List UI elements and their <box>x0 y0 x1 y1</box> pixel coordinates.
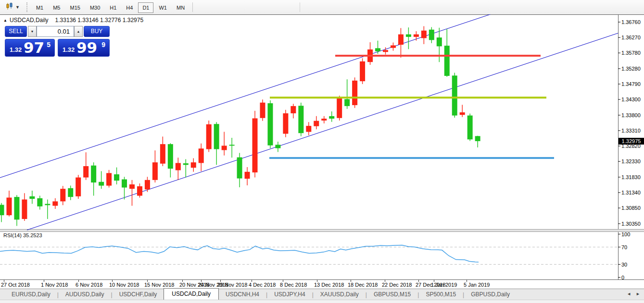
price-axis-label: 1.31830 <box>621 174 641 181</box>
tab-usdjpy[interactable]: USDJPY,H4 <box>267 290 312 300</box>
collapse-triangle-icon[interactable]: ▲ <box>3 18 7 23</box>
date-label: 6 Nov 2018 <box>76 282 102 288</box>
date-label: 13 Dec 2018 <box>314 282 344 288</box>
price-axis-label: 1.35280 <box>621 65 641 72</box>
price-axis-label: 1.33310 <box>621 127 641 134</box>
date-label: 1 Jan 2019 <box>431 282 457 288</box>
chart-title: ▲ USDCAD,Daily 1.33136 1.33146 1.32776 1… <box>3 17 143 24</box>
date-label: 5 Jan 2019 <box>464 282 490 288</box>
price-axis-label: 1.34300 <box>621 96 641 103</box>
sell-price-big-digits: 97 <box>24 39 44 56</box>
tab-scroll-left-icon[interactable]: ◄ <box>627 291 631 296</box>
toolbar-separator <box>192 2 193 12</box>
timeframe-button-m30[interactable]: M30 <box>86 2 104 13</box>
volume-increase-button[interactable]: ▲ <box>74 26 83 37</box>
tab-gbpusd[interactable]: GBPUSD,M15 <box>367 290 417 300</box>
price-axis-label: 1.34790 <box>621 81 641 87</box>
price-axis-label: 1.31340 <box>621 189 641 196</box>
timeframe-button-h4[interactable]: H4 <box>122 2 137 13</box>
timeframe-button-h1[interactable]: H1 <box>105 2 121 13</box>
sell-price-button[interactable]: 1.32 97 5 <box>5 39 55 57</box>
toolbar-drag-handle[interactable] <box>26 2 27 12</box>
chart-symbol-label: USDCAD,Daily <box>10 17 49 24</box>
volume-input[interactable]: 0.01 <box>37 26 74 37</box>
tab-usdchf[interactable]: USDCHF,Daily <box>113 290 164 300</box>
timeframe-button-mn[interactable]: MN <box>172 2 189 13</box>
buy-price-prefix: 1.32 <box>63 46 75 53</box>
date-label: 1 Nov 2018 <box>41 282 68 288</box>
time-axis[interactable]: 27 Oct 20181 Nov 20186 Nov 201810 Nov 20… <box>0 280 618 289</box>
rsi-axis-label: 30 <box>621 261 627 268</box>
price-axis-label: 1.30850 <box>621 205 641 211</box>
tab-audusd[interactable]: AUDUSD,Daily <box>59 290 111 300</box>
rsi-axis-label: 0 <box>621 274 624 281</box>
panel-splitter[interactable] <box>0 230 644 231</box>
sell-button[interactable]: SELL <box>5 26 27 37</box>
date-label: 29 Nov 2018 <box>217 282 247 288</box>
chart-ohlc-values: 1.33136 1.33146 1.32776 1.32975 <box>55 17 144 24</box>
tab-eurusd[interactable]: EURUSD,Daily <box>5 290 57 300</box>
timeframe-button-m15[interactable]: M15 <box>65 2 84 13</box>
tab-scroll-arrows: ◄ ► <box>627 291 640 296</box>
buy-price-pip-digit: 9 <box>101 41 105 48</box>
sell-price-pip-digit: 5 <box>47 41 51 48</box>
chart-type-button[interactable]: ▼ <box>4 1 22 13</box>
tab-gbpusd[interactable]: GBPUSD,Daily <box>464 290 517 300</box>
timeframe-button-m1[interactable]: M1 <box>32 2 48 13</box>
candlestick-chart-icon <box>6 2 13 12</box>
current-price-tag: 1.32975 <box>619 138 644 145</box>
price-axis-label: 1.32330 <box>621 158 641 165</box>
timeframe-buttons: M1M5M15M30H1H4D1W1MN <box>31 3 189 12</box>
timeframe-toolbar: ▼ M1M5M15M30H1H4D1W1MN <box>0 0 644 15</box>
status-strip <box>0 300 644 303</box>
volume-decrease-button[interactable]: ▼ <box>28 26 37 37</box>
tab-sp500[interactable]: SP500,M15 <box>419 290 463 300</box>
horizontal-level-lines[interactable] <box>269 56 554 158</box>
rsi-axis-label: 100 <box>621 231 630 238</box>
buy-price-button[interactable]: 1.32 99 9 <box>58 39 110 57</box>
date-label: 18 Dec 2018 <box>348 282 378 288</box>
date-label: 27 Oct 2018 <box>1 282 30 288</box>
timeframe-button-w1[interactable]: W1 <box>154 2 171 13</box>
date-label: 15 Nov 2018 <box>144 282 174 288</box>
price-axis-label: 1.36760 <box>621 19 641 25</box>
timeframe-button-m5[interactable]: M5 <box>49 2 64 13</box>
rsi-indicator-label: RSI(14) 35.2523 <box>3 232 42 238</box>
price-axis-label: 1.35780 <box>621 49 641 56</box>
timeframe-button-d1[interactable]: D1 <box>138 2 153 13</box>
rsi-axis-label: 70 <box>621 244 627 251</box>
date-label: 10 Nov 2018 <box>109 282 139 288</box>
tab-scroll-right-icon[interactable]: ► <box>636 291 640 296</box>
chart-tab-bar: EURUSD,Daily|AUDUSD,Daily|USDCHF,DailyUS… <box>0 289 644 300</box>
rsi-line <box>0 245 479 262</box>
rsi-panel <box>0 234 620 278</box>
one-click-trading-panel: SELL ▼ 0.01 ▲ BUY 1.32 97 5 1.32 99 9 <box>4 24 111 57</box>
price-axis-label: 1.36270 <box>621 34 641 41</box>
toolbar-separator-2 <box>300 2 300 12</box>
price-axis-label: 1.30350 <box>621 220 641 227</box>
date-label: 22 Dec 2018 <box>382 282 412 288</box>
buy-button[interactable]: BUY <box>84 26 110 37</box>
tab-xauusd[interactable]: XAUUSD,Daily <box>314 290 366 300</box>
chevron-down-icon: ▼ <box>15 5 20 10</box>
price-axis-label: 1.33800 <box>621 112 641 119</box>
tab-usdcnh[interactable]: USDCNH,H4 <box>219 290 266 300</box>
date-label: 4 Dec 2018 <box>249 282 276 288</box>
date-label: 8 Dec 2018 <box>280 282 307 288</box>
sell-price-prefix: 1.32 <box>10 46 22 53</box>
buy-price-big-digits: 99 <box>76 39 97 56</box>
tab-usdcad[interactable]: USDCAD,Daily <box>164 288 219 300</box>
